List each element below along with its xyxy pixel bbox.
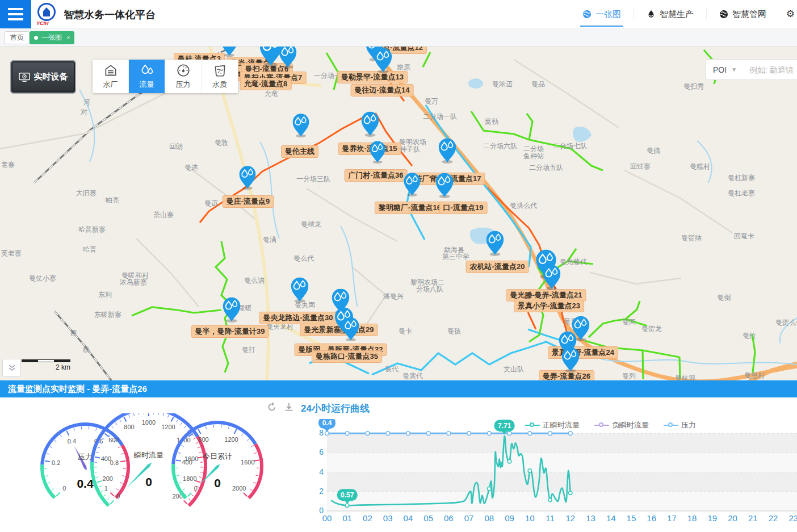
map-place-label: 西: [70, 328, 77, 338]
svg-text:05: 05: [423, 513, 433, 523]
nav-smart-pipenet[interactable]: 智慧管网: [715, 0, 771, 28]
svg-text:1800: 1800: [183, 475, 196, 482]
svg-text:0: 0: [116, 493, 120, 500]
map-place-label: 燎原: [397, 62, 410, 72]
chart-title: 24小时运行曲线: [301, 402, 370, 415]
water-drop-pin-icon[interactable]: [434, 172, 455, 200]
flow-point-label[interactable]: 广门村-流量点36: [345, 169, 408, 182]
map-place-label: 潘曼兴: [383, 292, 404, 301]
water-drop-pin-icon[interactable]: [368, 140, 387, 166]
map-place-label: 曼扫秀: [683, 82, 704, 91]
poi-search-input[interactable]: [744, 65, 797, 74]
tab-bar: 首页 一张图 ×: [0, 28, 797, 47]
water-drop-pin-icon[interactable]: [341, 317, 361, 344]
water-drop-pin-icon[interactable]: [291, 113, 311, 140]
layer-button-flow[interactable]: 流量: [129, 60, 165, 93]
map-place-label: 茶山寨: [153, 210, 174, 220]
map-place-label: 曼列: [622, 371, 636, 381]
flow-point-label[interactable]: 曼栋路口-流量点35: [312, 350, 382, 363]
svg-text:0.2: 0.2: [52, 459, 60, 466]
water-drop-pin-icon[interactable]: [484, 230, 506, 258]
water-drop-pin-icon[interactable]: [221, 296, 242, 325]
layer-button-waterplant[interactable]: 水厂: [93, 60, 129, 93]
svg-text:1: 1: [104, 485, 108, 492]
map-place-label: 曼洪么代: [510, 201, 537, 211]
flow-point-label[interactable]: 曼半，曼降-流量计39: [191, 325, 269, 338]
map-scale-bar: 2 km: [22, 359, 70, 371]
svg-text:09: 09: [505, 513, 514, 523]
flow-point-label[interactable]: 口-流量点19: [439, 202, 488, 214]
rivers: [79, 90, 797, 365]
svg-text:0.57: 0.57: [341, 491, 354, 499]
flow-point-label[interactable]: 允竜-流量点8: [240, 78, 292, 90]
map-layer-toolbar: 水厂 流量 压力 水质: [93, 60, 238, 93]
water-drop-pin-icon[interactable]: [237, 165, 258, 192]
svg-text:7.71: 7.71: [498, 422, 511, 430]
app-title: 智慧水务一体化平台: [64, 8, 156, 22]
flow-point-label[interactable]: 农机站-流量点20: [466, 261, 529, 273]
water-drop-pin-icon[interactable]: [219, 47, 240, 59]
water-drop-pin-icon[interactable]: [541, 264, 563, 292]
svg-text:19: 19: [708, 513, 718, 523]
svg-text:2000: 2000: [232, 485, 246, 492]
map-place-label: 老寨: [1, 160, 15, 170]
svg-text:06: 06: [444, 513, 454, 523]
svg-text:今日累计: 今日累计: [203, 452, 232, 460]
map-canvas[interactable]: 燎原曼扫秀曼浓迈曼品曼万二分场一队窝勒一分场一队黎明农场种子队二分场六队二分场鱼…: [0, 47, 797, 380]
flow-point-label[interactable]: 景真小学-流量点23: [514, 300, 584, 312]
flow-point-label[interactable]: 曼往迈-流量点14: [351, 84, 414, 97]
tab-one-map-active[interactable]: 一张图 ×: [30, 31, 74, 44]
svg-text:1600: 1600: [241, 459, 254, 466]
map-place-label: 曼万: [425, 97, 438, 106]
water-drop-pin-icon[interactable]: [402, 172, 422, 199]
settings-gear-icon[interactable]: ⚙: [786, 8, 795, 20]
chart-toolbar: [267, 402, 294, 412]
collapse-panel-button[interactable]: [2, 359, 21, 377]
water-drop-pin-icon[interactable]: [289, 277, 311, 305]
water-drop-pin-icon[interactable]: [372, 47, 394, 76]
svg-text:8: 8: [319, 428, 324, 437]
svg-text:21: 21: [748, 513, 758, 523]
realtime-device-button[interactable]: 实时设备: [11, 61, 75, 93]
map-place-label: 回过寨: [630, 162, 651, 171]
monitor-title: 流量监测点实时监测 - 曼弄-流量点26: [8, 384, 147, 393]
gauge-cluster: 00.20.40.60.81压力0.4020040060080010001200…: [31, 413, 275, 530]
svg-text:00: 00: [322, 513, 332, 523]
flow-point-label[interactable]: 曼央龙路边-流量点30: [259, 312, 337, 324]
svg-text:600: 600: [108, 437, 119, 443]
water-drop-pin-icon[interactable]: [277, 47, 299, 71]
nav-one-map[interactable]: 一张图: [578, 0, 626, 28]
water-drop-pin-icon[interactable]: [560, 346, 581, 375]
svg-text:07: 07: [464, 513, 474, 523]
flow-point-label[interactable]: 曼庄-流量点9: [223, 195, 274, 208]
map-place-label: 曼贺纳: [681, 233, 702, 243]
layer-button-quality[interactable]: 水质: [202, 60, 238, 93]
flow-point-label[interactable]: 曼伦主线: [281, 145, 318, 158]
svg-text:800: 800: [124, 424, 134, 430]
map-place-label: 线: [83, 345, 90, 355]
svg-text:200: 200: [103, 475, 113, 482]
water-drop-pin-icon[interactable]: [359, 111, 381, 139]
map-place-label: 二分场五队: [529, 163, 563, 173]
map-place-label: 第三中学: [442, 252, 469, 262]
map-place-label: 曼选: [184, 163, 198, 173]
refresh-icon[interactable]: [267, 402, 277, 412]
map-place-label: 曼仗小寨: [29, 274, 56, 283]
tab-close-icon[interactable]: ×: [66, 31, 70, 44]
flow-point-label[interactable]: 黎明糖厂-流量点16: [375, 202, 445, 214]
download-icon[interactable]: [284, 402, 294, 412]
poi-type-select[interactable]: POI ▼: [706, 65, 744, 74]
layer-button-pressure[interactable]: 压力: [165, 60, 202, 93]
svg-text:400: 400: [101, 455, 111, 462]
map-place-label: 种子队: [400, 145, 420, 154]
map-place-label: 分场八队: [416, 284, 443, 294]
tab-home[interactable]: 首页: [5, 31, 30, 44]
water-plant-icon: [103, 63, 118, 78]
map-place-label: 曼打: [242, 345, 255, 355]
hamburger-menu-icon[interactable]: [0, 0, 31, 28]
map-place-label: 曼卡: [398, 326, 412, 336]
water-drop-pin-icon[interactable]: [437, 137, 458, 166]
globe-dark-icon: [719, 10, 728, 19]
nav-smart-production[interactable]: 智慧生产: [642, 0, 698, 28]
poi-search-box: POI ▼: [706, 59, 797, 80]
